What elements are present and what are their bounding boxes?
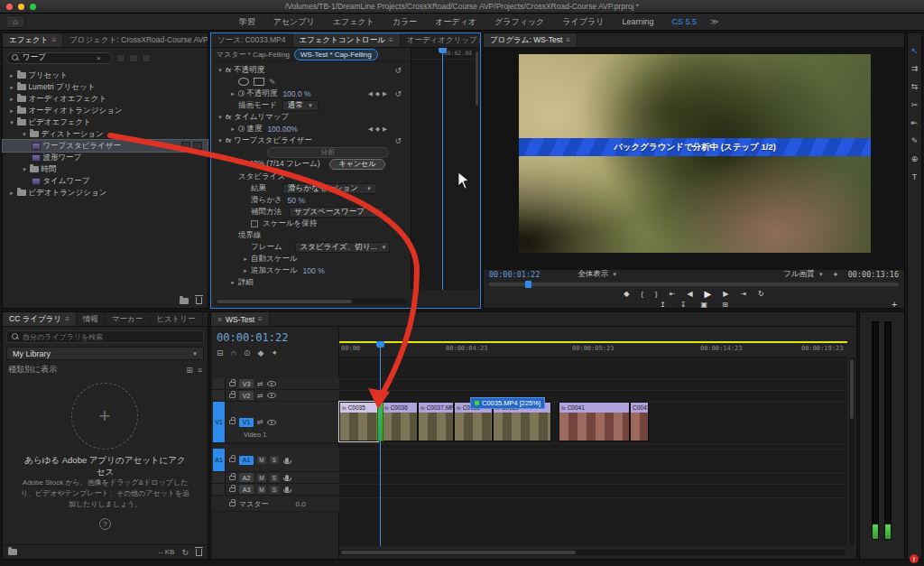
track-lock-icon[interactable] (229, 476, 236, 480)
tree-item-distortion[interactable]: ▾ ディストーション (3, 128, 208, 140)
tab-audio-clip-mixer[interactable]: オーディオクリップミキサー: (401, 33, 480, 47)
tree-item-warp-stabilizer[interactable]: ワープスタビライザー (3, 140, 208, 152)
source-patch-v2[interactable] (213, 390, 226, 401)
hand-tool-icon[interactable]: ⊕ (909, 153, 920, 164)
cancel-button[interactable]: キャンセル (329, 159, 386, 170)
track-target-v1[interactable]: V1 (239, 418, 254, 427)
type-tool-icon[interactable]: T (909, 171, 920, 182)
tab-cc-libraries[interactable]: CC ライブラリ≡ (3, 312, 77, 326)
twirl-down-icon[interactable]: ▾ (19, 166, 30, 173)
horizontal-scrollbar[interactable] (215, 299, 408, 304)
tab-effects[interactable]: エフェクト≡ (3, 33, 63, 47)
tab-markers[interactable]: マーカー (106, 312, 150, 326)
library-search-box[interactable] (6, 330, 204, 343)
pen-tool-icon[interactable]: ✎ (909, 135, 920, 146)
clip-c0041[interactable]: fxC0041 (559, 402, 630, 441)
toggle-track-output-icon[interactable] (267, 393, 276, 398)
workspace-tab-graphics[interactable]: グラフィック (486, 14, 552, 30)
add-marker-icon[interactable]: ◆ (624, 290, 629, 298)
comparison-view-icon[interactable]: ⊞ (722, 301, 728, 309)
vertical-scrollbar[interactable] (849, 357, 855, 546)
reset-effect-icon[interactable]: ↺ (394, 136, 402, 145)
method-dropdown[interactable]: サブスペースワープ▼ (289, 207, 383, 218)
toggle-track-output-icon[interactable] (267, 381, 276, 386)
clip-c0037[interactable]: fxC0037.MP (418, 402, 454, 441)
slip-tool-icon[interactable]: ⇤ (909, 116, 920, 128)
toggle-animation-icon[interactable] (238, 125, 245, 132)
sequence-clip-label[interactable]: WS-Test * Cap-Felling (294, 49, 378, 60)
solo-track-button[interactable]: S (270, 456, 279, 464)
export-frame-icon[interactable]: ▣ (701, 301, 708, 309)
keyframe-lane[interactable]: 00:02:00 (411, 48, 475, 290)
razor-tool-icon[interactable]: ✂ (909, 98, 920, 110)
workspace-tab-color[interactable]: カラー (384, 14, 425, 30)
tab-history[interactable]: ヒストリー (150, 312, 202, 326)
track-lock-icon[interactable] (229, 502, 236, 506)
playhead-line[interactable] (380, 347, 381, 546)
extra-scale-value[interactable]: 100 % (303, 266, 325, 275)
twirl-right-icon[interactable]: ▸ (6, 96, 17, 103)
32bit-effects-filter-icon[interactable] (129, 54, 138, 62)
extra-scale-row[interactable]: ▸追加スケール100 % (211, 264, 411, 276)
scrub-playhead[interactable] (525, 281, 531, 288)
workspace-tab-libraries[interactable]: ライブラリ (554, 14, 612, 30)
track-lock-icon[interactable] (229, 420, 236, 424)
mark-in-icon[interactable]: { (641, 290, 643, 298)
panel-menu-icon[interactable]: ≡ (52, 36, 57, 44)
clip-c0036[interactable]: fxC0036 (382, 402, 418, 441)
solo-track-button[interactable]: S (270, 486, 279, 494)
track-lock-icon[interactable] (229, 487, 236, 492)
panel-menu-icon[interactable]: ≡ (65, 315, 69, 323)
tree-item-video-transitions[interactable]: ▸ ビデオトランジション (3, 187, 208, 199)
close-sequence-icon[interactable]: × (217, 315, 222, 324)
panel-menu-icon[interactable]: ≡ (566, 36, 570, 44)
opacity-property-row[interactable]: ▸ 不透明度100.0 %◀◆▶↺ (211, 88, 411, 99)
tree-item-audio-effects[interactable]: ▸ オーディオエフェクト (3, 93, 208, 105)
timeline-current-timecode[interactable]: 00:00:01:22 (217, 331, 288, 344)
track-target-a1[interactable]: A1 (239, 456, 254, 465)
library-select-dropdown[interactable]: My Library▼ (6, 347, 204, 360)
loop-icon[interactable]: ↻ (758, 290, 764, 298)
analyze-button[interactable]: 分析 (267, 147, 389, 158)
warp-stabilizer-section-header[interactable]: ▾fxワープスタビライザー↺ (211, 135, 411, 146)
zoom-window-icon[interactable] (30, 4, 36, 10)
tab-source-monitor[interactable]: ソース: C0033.MP4 (211, 33, 293, 47)
library-folder-icon[interactable] (8, 549, 17, 555)
twirl-right-icon[interactable]: ▸ (6, 107, 17, 115)
tab-sequence-ws-test[interactable]: ×WS-Test≡ (211, 312, 270, 326)
search-field[interactable] (23, 53, 93, 62)
twirl-down-icon[interactable]: ▾ (6, 119, 17, 126)
toggle-track-output-icon[interactable] (267, 420, 276, 425)
help-button[interactable]: ? (99, 518, 111, 530)
zoom-level-dropdown[interactable]: 全体表示▼ (578, 269, 617, 280)
program-scrub-bar[interactable] (489, 283, 899, 286)
tab-info[interactable]: 情報 (77, 312, 106, 326)
delete-custom-item-icon[interactable] (196, 297, 202, 304)
keyframe-nav[interactable]: ◀◆▶ (368, 125, 387, 133)
program-current-timecode[interactable]: 00:00:01:22 (489, 270, 540, 279)
toggle-animation-icon[interactable] (238, 90, 245, 97)
twirl-right-icon[interactable]: ▸ (6, 190, 17, 197)
view-by-label[interactable]: 種類別に表示 (8, 364, 57, 376)
speed-property-row[interactable]: ▸ 速度100.00%◀◆▶ (211, 123, 411, 135)
clip-c0035[interactable]: fxC0035 (339, 402, 378, 441)
error-indicator[interactable]: ! (910, 554, 919, 563)
sync-lock-icon[interactable]: ⇄ (257, 418, 263, 426)
tab-project[interactable]: プロジェクト: CrossXRoad-Course AVP (63, 33, 208, 47)
panel-menu-icon[interactable]: ≡ (389, 36, 393, 44)
linked-selection-icon[interactable]: ⊙ (244, 348, 251, 357)
master-level-value[interactable]: 0.0 (296, 500, 306, 508)
voiceover-record-icon[interactable] (285, 475, 289, 480)
add-asset-dropzone[interactable]: + (71, 383, 138, 450)
button-editor-icon[interactable]: + (892, 300, 897, 310)
result-dropdown[interactable]: 滑らかなモーション▼ (282, 183, 377, 194)
ellipse-mask-icon[interactable] (238, 78, 249, 86)
lift-icon[interactable]: ↥ (660, 301, 666, 309)
library-search-input[interactable] (23, 333, 176, 341)
solo-track-button[interactable]: S (270, 474, 279, 482)
voiceover-record-icon[interactable] (285, 458, 289, 463)
twirl-right-icon[interactable]: ▸ (6, 72, 17, 79)
twirl-right-icon[interactable]: ▸ (6, 84, 17, 91)
extract-icon[interactable]: ↧ (680, 301, 687, 309)
list-view-icon[interactable]: ≡ (198, 366, 202, 375)
